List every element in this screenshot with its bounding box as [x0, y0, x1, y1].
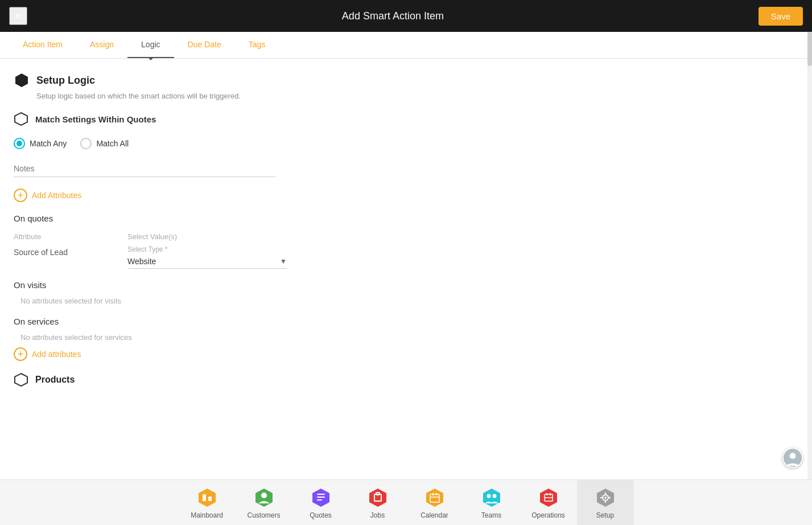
no-visits-attributes: No attributes selected for visits: [20, 297, 798, 305]
add-attributes-button[interactable]: + Add Attributes: [14, 188, 81, 202]
header: × Add Smart Action Item Save: [0, 0, 812, 32]
nav-item-quotes[interactable]: Quotes: [292, 480, 349, 526]
select-type-dropdown[interactable]: Website ▼: [127, 255, 287, 269]
setup-logic-header: Setup Logic: [14, 72, 798, 88]
on-visits-section: On visits No attributes selected for vis…: [14, 280, 798, 305]
attribute-column-header: Attribute: [14, 230, 127, 243]
nav-item-customers[interactable]: Customers: [236, 480, 292, 526]
setup-nav-icon: [594, 486, 617, 509]
quotes-icon: [310, 486, 332, 509]
svg-marker-0: [15, 73, 28, 87]
match-settings-icon: [14, 112, 28, 126]
svg-rect-5: [208, 497, 212, 501]
products-icon: [14, 372, 28, 387]
tab-action-item[interactable]: Action Item: [9, 32, 76, 58]
avatar-icon: [784, 448, 802, 468]
select-type-value: Website: [127, 257, 156, 266]
match-any-label: Match Any: [30, 139, 67, 148]
on-visits-label: On visits: [14, 280, 798, 290]
tab-logic[interactable]: Logic: [127, 32, 174, 58]
svg-marker-1: [15, 113, 27, 125]
add-circle-icon-2: +: [14, 347, 27, 361]
nav-item-setup[interactable]: Setup: [577, 480, 634, 526]
attr-header-row: Attribute Select Value(s): [14, 230, 287, 243]
match-radio-group: Match Any Match All: [14, 138, 798, 149]
nav-item-calendar[interactable]: Calendar: [406, 480, 463, 526]
match-all-radio[interactable]: Match All: [80, 138, 129, 149]
main-content: Setup Logic Setup logic based on which t…: [0, 59, 812, 479]
customers-label: Customers: [247, 511, 280, 519]
jobs-icon: [366, 486, 389, 509]
customers-icon: [253, 486, 275, 509]
products-title: Products: [35, 375, 75, 385]
svg-rect-4: [203, 494, 206, 501]
svg-marker-2: [15, 374, 27, 386]
svg-point-36: [790, 453, 796, 459]
on-quotes-label: On quotes: [14, 214, 798, 223]
calendar-label: Calendar: [421, 511, 448, 519]
teams-label: Teams: [481, 511, 501, 519]
operations-label: Operations: [531, 511, 565, 519]
teams-icon: [480, 486, 503, 509]
add-attributes-button-2[interactable]: + Add attributes: [14, 347, 81, 361]
nav-item-mainboard[interactable]: Mainboard: [179, 480, 236, 526]
match-settings-row: Match Settings Within Quotes: [14, 112, 798, 126]
svg-point-21: [487, 494, 491, 498]
scrollbar-track[interactable]: [807, 32, 812, 479]
source-of-lead-value: Source of Lead: [14, 245, 127, 259]
setup-label: Setup: [596, 511, 614, 519]
mainboard-label: Mainboard: [191, 511, 223, 519]
match-settings-title: Match Settings Within Quotes: [35, 114, 156, 124]
on-services-label: On services: [14, 317, 798, 326]
svg-rect-9: [317, 494, 325, 495]
tab-tags[interactable]: Tags: [235, 32, 279, 58]
operations-icon: [537, 486, 560, 509]
svg-marker-15: [426, 489, 443, 507]
match-any-radio-circle: [14, 138, 25, 149]
tab-due-date[interactable]: Due Date: [174, 32, 235, 58]
svg-rect-11: [317, 499, 322, 501]
on-quotes-section: On quotes Attribute Select Value(s) Sour…: [14, 214, 798, 269]
notes-input[interactable]: [14, 161, 275, 177]
products-section: Products: [14, 372, 798, 387]
add-attributes-label: Add Attributes: [32, 191, 81, 200]
save-button[interactable]: Save: [759, 7, 803, 26]
select-type-container: Select Type * Website ▼: [127, 245, 287, 269]
tabs-bar: Action Item Assign Logic Due Date Tags: [0, 32, 812, 59]
products-header: Products: [14, 372, 798, 387]
svg-marker-20: [483, 489, 500, 507]
svg-point-22: [492, 494, 496, 498]
mainboard-icon: [196, 486, 219, 509]
svg-rect-10: [317, 497, 325, 498]
svg-marker-3: [199, 489, 216, 507]
svg-point-30: [604, 497, 607, 499]
bottom-nav: Mainboard Customers Quotes Jobs: [0, 479, 812, 525]
nav-item-teams[interactable]: Teams: [463, 480, 520, 526]
add-attributes-label-2: Add attributes: [32, 350, 81, 359]
match-all-radio-circle: [80, 138, 92, 149]
quotes-label: Quotes: [310, 511, 332, 519]
header-title: Add Smart Action Item: [342, 10, 444, 22]
scrollbar-thumb[interactable]: [807, 32, 812, 66]
dropdown-arrow-icon: ▼: [280, 257, 287, 265]
setup-logic-subtitle: Setup logic based on which the smart act…: [36, 92, 798, 100]
nav-item-jobs[interactable]: Jobs: [349, 480, 406, 526]
calendar-icon: [423, 486, 446, 509]
select-values-column-header: Select Value(s): [127, 230, 287, 243]
match-any-radio[interactable]: Match Any: [14, 138, 67, 149]
on-services-section: On services No attributes selected for s…: [14, 317, 798, 361]
select-type-label: Select Type *: [127, 245, 287, 253]
close-button[interactable]: ×: [9, 7, 27, 25]
match-all-label: Match All: [96, 139, 129, 148]
svg-marker-12: [369, 489, 386, 507]
setup-logic-title: Setup Logic: [36, 75, 95, 87]
svg-point-7: [261, 493, 267, 498]
jobs-label: Jobs: [370, 511, 385, 519]
attr-data-row: Source of Lead Select Type * Website ▼: [14, 245, 287, 269]
avatar[interactable]: [782, 448, 803, 468]
no-services-attributes: No attributes selected for services: [20, 333, 798, 342]
tab-assign[interactable]: Assign: [76, 32, 127, 58]
attributes-table: Attribute Select Value(s) Source of Lead…: [14, 230, 287, 269]
add-circle-icon: +: [14, 188, 27, 202]
nav-item-operations[interactable]: Operations: [520, 480, 577, 526]
